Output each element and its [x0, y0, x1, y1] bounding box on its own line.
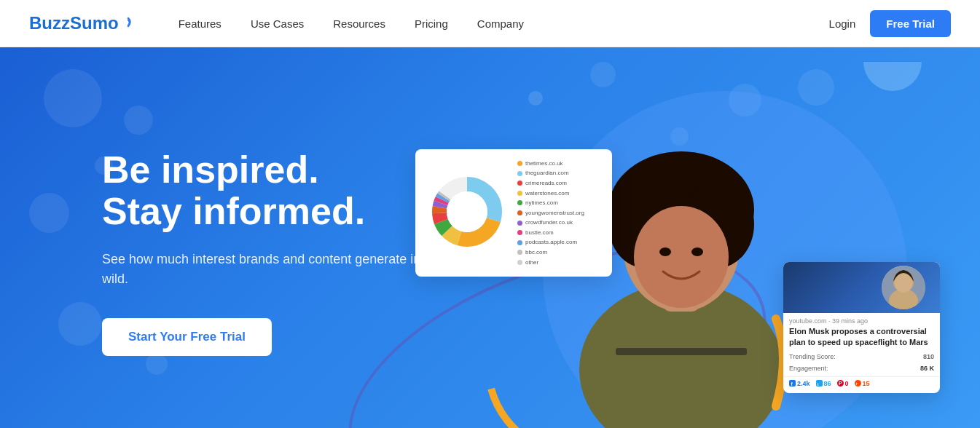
legend-item-8: podcasts.apple.com: [517, 237, 584, 247]
half-circle-tr: [863, 62, 922, 91]
nav-pricing[interactable]: Pricing: [415, 17, 448, 30]
reddit-count: r 15: [855, 380, 870, 387]
engagement-value: 86 K: [920, 365, 934, 372]
deco-circle-2: [124, 106, 153, 135]
deco-circle-1: [44, 69, 102, 127]
legend-item-5: youngwomenstrust.org: [517, 208, 584, 218]
deco-circle-6: [146, 353, 168, 375]
legend-item-3: waterstones.com: [517, 189, 584, 199]
hero-cta-button[interactable]: Start Your Free Trial: [102, 318, 272, 356]
trending-stats: Trending Score: 810: [783, 353, 940, 365]
hero-heading-line2: Stay informed.: [102, 190, 365, 232]
engagement-label: Engagement:: [789, 365, 828, 372]
svg-rect-21: [616, 348, 747, 355]
logo-text: BuzzSumo: [29, 13, 119, 33]
svg-point-18: [634, 206, 729, 308]
svg-point-25: [895, 274, 912, 293]
signal-icon: [122, 13, 135, 33]
trending-score-value: 810: [923, 353, 934, 360]
svg-point-19: [659, 247, 671, 256]
svg-point-20: [691, 247, 703, 256]
logo[interactable]: BuzzSumo: [29, 13, 135, 33]
deco-circle-3: [29, 193, 69, 233]
svg-text:P: P: [839, 381, 842, 386]
pinterest-count: P 0: [837, 380, 849, 387]
donut-chart: [427, 172, 507, 255]
engagement-stats: Engagement: 86 K: [783, 365, 940, 376]
hero-section: Be inspired. Stay informed. See how much…: [0, 47, 980, 428]
svg-text:t: t: [817, 382, 818, 387]
nav-resources[interactable]: Resources: [333, 17, 385, 30]
deco-circle-10: [528, 91, 543, 106]
legend-item-4: nytimes.com: [517, 198, 584, 208]
deco-circle-5: [58, 302, 102, 346]
trending-source: youtube.com · 39 mins ago: [783, 313, 940, 326]
hero-subtext: See how much interest brands and content…: [102, 250, 452, 289]
legend-item-9: bbc.com: [517, 247, 584, 258]
legend-item-6: crowdfunder.co.uk: [517, 218, 584, 228]
twitter-count: t 86: [816, 380, 831, 387]
legend-item-2: crimereads.com: [517, 178, 584, 189]
nav-features[interactable]: Features: [179, 17, 222, 30]
legend-item-0: thetimes.co.uk: [517, 159, 584, 169]
legend-item-7: bustle.com: [517, 228, 584, 238]
nav-use-cases[interactable]: Use Cases: [251, 17, 304, 30]
svg-point-11: [447, 191, 487, 232]
hero-heading-line1: Be inspired.: [102, 148, 319, 191]
legend-item-1: theguardian.com: [517, 168, 584, 178]
login-button[interactable]: Login: [829, 17, 856, 30]
legend-item-10: other: [517, 258, 584, 268]
hero-heading: Be inspired. Stay informed.: [102, 149, 452, 232]
nav-links: Features Use Cases Resources Pricing Com…: [179, 17, 829, 30]
chart-legend: thetimes.co.uk theguardian.com crimeread…: [517, 159, 584, 268]
trending-avatar: [882, 266, 925, 309]
trending-card: youtube.com · 39 mins ago Elon Musk prop…: [783, 262, 940, 393]
facebook-count: f 2.4k: [789, 380, 810, 387]
chart-card: thetimes.co.uk theguardian.com crimeread…: [415, 149, 612, 277]
nav-actions: Login Free Trial: [829, 10, 951, 37]
free-trial-nav-button[interactable]: Free Trial: [870, 10, 951, 37]
trending-score-label: Trending Score:: [789, 353, 836, 360]
nav-company[interactable]: Company: [477, 17, 524, 30]
social-counts: f 2.4k t 86 P 0 r 15: [783, 376, 940, 393]
trending-thumbnail: [783, 262, 940, 313]
trending-title: Elon Musk proposes a controversial plan …: [783, 326, 940, 353]
navbar: BuzzSumo Features Use Cases Resources Pr…: [0, 0, 980, 47]
hero-content: Be inspired. Stay informed. See how much…: [102, 149, 452, 356]
